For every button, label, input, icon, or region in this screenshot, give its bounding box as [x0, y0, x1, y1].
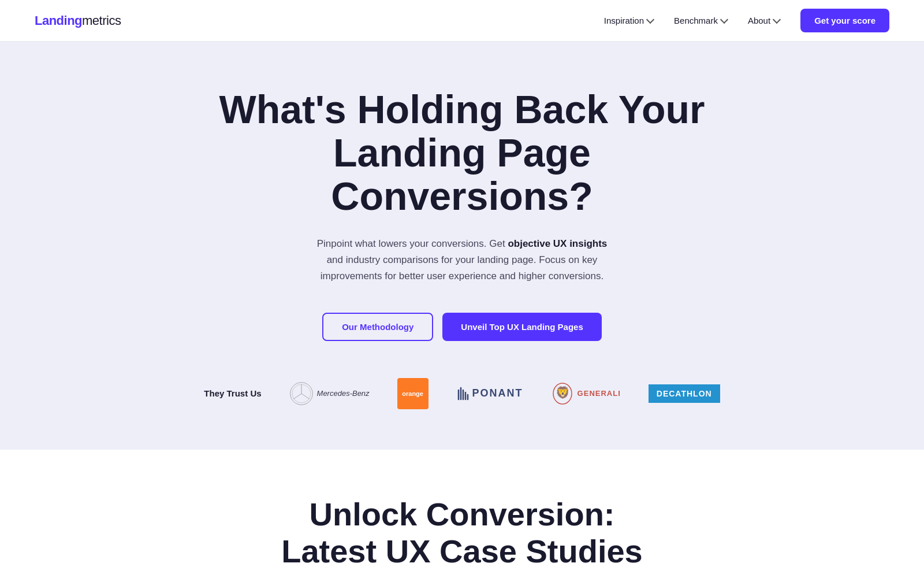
ponant-icon: PONANT: [456, 386, 523, 402]
trust-section: They Trust Us Mercedes-Benz orange: [204, 378, 720, 409]
logo-ponant: PONANT: [456, 386, 523, 402]
generali-text: GENERALI: [578, 389, 621, 398]
ponant-wave-icon: [456, 386, 470, 402]
svg-line-3: [301, 394, 310, 399]
logo-generali: 🦁 GENERALI: [551, 381, 621, 406]
decathlon-text: DECATHLON: [657, 389, 712, 398]
navigation: Landingmetrics Inspiration Benchmark Abo…: [0, 0, 924, 42]
nav-label-about: About: [748, 16, 770, 25]
unlock-section: Unlock Conversion: Latest UX Case Studie…: [0, 450, 924, 578]
logo-orange: orange: [397, 378, 429, 409]
generali-lion-icon: 🦁: [551, 381, 574, 406]
chevron-down-icon: [773, 16, 781, 24]
nav-item-inspiration[interactable]: Inspiration: [595, 11, 662, 30]
svg-text:🦁: 🦁: [555, 386, 569, 399]
logo-first: Landing: [35, 13, 82, 28]
svg-line-4: [293, 394, 301, 399]
nav-label-benchmark: Benchmark: [674, 16, 718, 25]
get-score-button[interactable]: Get your score: [800, 9, 889, 32]
generali-container: 🦁 GENERALI: [551, 381, 621, 406]
ponant-text: PONANT: [472, 387, 523, 399]
unveil-button[interactable]: Unveil Top UX Landing Pages: [442, 313, 601, 341]
logo[interactable]: Landingmetrics: [35, 13, 121, 28]
nav-item-about[interactable]: About: [739, 11, 789, 30]
unlock-title: Unlock Conversion: Latest UX Case Studie…: [35, 496, 889, 570]
nav-links: Inspiration Benchmark About Get your sco…: [595, 9, 889, 32]
orange-icon: orange: [397, 378, 429, 409]
logo-mercedes-benz: Mercedes-Benz: [289, 381, 370, 406]
nav-label-inspiration: Inspiration: [604, 16, 644, 25]
logo-decathlon: DECATHLON: [649, 384, 720, 403]
mercedes-benz-icon: [289, 381, 314, 406]
trust-label: They Trust Us: [204, 388, 261, 398]
chevron-down-icon: [720, 16, 728, 24]
chevron-down-icon: [646, 16, 654, 24]
logo-second: metrics: [82, 13, 121, 28]
decathlon-icon: DECATHLON: [649, 384, 720, 403]
hero-title: What's Holding Back Your Landing Page Co…: [214, 88, 710, 217]
methodology-button[interactable]: Our Methodology: [322, 313, 433, 341]
orange-text: orange: [402, 390, 423, 397]
unlock-title-line2: Latest UX Case Studies: [281, 533, 643, 569]
unlock-title-line1: Unlock Conversion:: [310, 496, 615, 532]
hero-subtitle: Pinpoint what lowers your conversions. G…: [312, 236, 612, 284]
hero-buttons: Our Methodology Unveil Top UX Landing Pa…: [322, 313, 602, 341]
nav-item-benchmark[interactable]: Benchmark: [665, 11, 736, 30]
mercedes-benz-text: Mercedes-Benz: [317, 389, 370, 398]
hero-section: What's Holding Back Your Landing Page Co…: [0, 42, 924, 450]
hero-subtitle-bold: objective UX insights: [508, 238, 607, 249]
